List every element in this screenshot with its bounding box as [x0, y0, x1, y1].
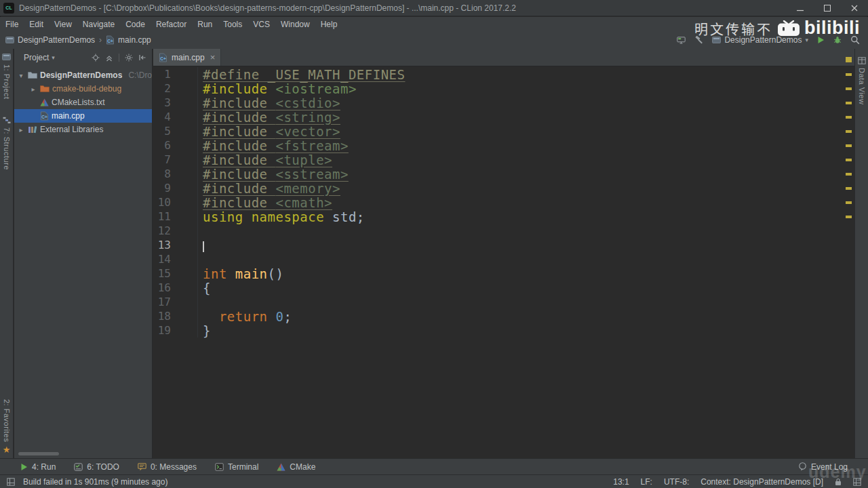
warning-stripe-mark[interactable] [846, 102, 852, 104]
menu-tools[interactable]: Tools [218, 20, 248, 29]
caret-position-widget[interactable]: 13:1 [613, 477, 629, 487]
toolwindow-button-project-label: 1: Project [3, 64, 11, 99]
code-line-text: #include <iostream> [198, 81, 357, 96]
error-stripe[interactable] [844, 67, 854, 458]
code-line-4[interactable]: 4#include <string> [153, 110, 844, 124]
warning-stripe-mark[interactable] [846, 159, 852, 161]
toolwindow-button-0-messages[interactable]: 0: Messages [138, 462, 197, 472]
tree-arrow-collapsed-icon[interactable]: ▸ [29, 85, 37, 93]
window-title: DesignPatternDemos - [C:\Dropbox\Publica… [19, 3, 516, 13]
inspection-status-indicator[interactable] [846, 57, 852, 62]
toolwindow-button-data-view[interactable]: Data View [858, 53, 866, 108]
warning-stripe-mark[interactable] [846, 216, 852, 218]
code-line-13[interactable]: 13 [153, 238, 844, 252]
toolwindow-button-terminal[interactable]: Terminal [215, 462, 258, 472]
menu-run[interactable]: Run [192, 20, 218, 29]
horizontal-scrollbar[interactable] [18, 452, 149, 455]
tree-item-designpatterndemos[interactable]: ▾DesignPatternDemosC:\Drop [14, 68, 152, 82]
toolwindow-button-favorites[interactable]: 2: Favorites ★ [3, 395, 11, 458]
chevron-down-icon[interactable]: ▾ [52, 54, 55, 61]
menu-window[interactable]: Window [275, 20, 315, 29]
settings-gear-icon[interactable] [125, 54, 133, 62]
editor-tab-main-cpp[interactable]: C+main.cpp× [153, 49, 221, 66]
menu-refactor[interactable]: Refactor [151, 20, 192, 29]
code-token: <vector> [275, 124, 340, 139]
toolbar-separator [119, 54, 119, 62]
code-line-7[interactable]: 7#include <tuple> [153, 152, 844, 167]
structure-toolwindow-icon [3, 117, 11, 124]
encoding-widget[interactable]: UTF-8: [664, 477, 689, 487]
project-icon [5, 36, 14, 44]
toolwindow-button-project[interactable]: 1: Project [2, 49, 11, 103]
code-token: <cstdio> [275, 96, 340, 110]
toolwindow-layout-icon[interactable] [677, 37, 686, 44]
minimize-button[interactable] [787, 0, 814, 16]
code-line-10[interactable]: 10#include <cmath> [153, 195, 844, 209]
toolwindow-button-cmake[interactable]: CMake [277, 462, 315, 472]
menu-view[interactable]: View [49, 20, 77, 29]
line-separator-widget[interactable]: LF: [641, 477, 652, 487]
warning-stripe-mark[interactable] [846, 144, 852, 147]
locate-file-icon[interactable] [92, 54, 100, 62]
context-widget[interactable]: Context: DesignPatternDemos [D] [701, 477, 823, 487]
line-number: 5 [153, 125, 171, 138]
code-token: using [203, 209, 243, 224]
menu-vcs[interactable]: VCS [248, 20, 275, 29]
code-line-5[interactable]: 5#include <vector> [153, 124, 844, 138]
code-editor[interactable]: 1#define _USE_MATH_DEFINES2#include <ios… [153, 67, 844, 458]
code-token: int [203, 266, 227, 281]
menu-navigate[interactable]: Navigate [77, 20, 120, 29]
tree-item-external-libraries[interactable]: ▸External Libraries [14, 123, 152, 136]
clion-logo-text: CL [5, 5, 12, 10]
collapse-all-icon[interactable] [105, 54, 113, 62]
project-panel-title[interactable]: Project [24, 53, 49, 62]
warning-stripe-mark[interactable] [846, 187, 852, 190]
left-tool-stripe: 1: Project 7: Structure 2: Favorites ★ [0, 49, 14, 458]
warning-stripe-mark[interactable] [846, 173, 852, 176]
code-line-3[interactable]: 3#include <cstdio> [153, 96, 844, 110]
toolwindow-button-6-todo[interactable]: 6: TODO [74, 462, 119, 472]
menu-help[interactable]: Help [315, 20, 343, 29]
gutter-space [171, 266, 198, 281]
tree-item-main-cpp[interactable]: C+main.cpp [14, 109, 152, 123]
gutter-space [171, 81, 198, 96]
scrollbar-thumb[interactable] [18, 452, 59, 455]
code-line-14[interactable]: 14 [153, 252, 844, 266]
code-line-12[interactable]: 12 [153, 224, 844, 238]
code-line-6[interactable]: 6#include <fstream> [153, 138, 844, 152]
code-line-1[interactable]: 1#define _USE_MATH_DEFINES [153, 67, 844, 81]
tree-item-cmake-build-debug[interactable]: ▸cmake-build-debug [14, 82, 152, 96]
warning-stripe-mark[interactable] [846, 87, 852, 90]
toolwindow-switcher-icon[interactable] [7, 478, 15, 486]
hide-panel-icon[interactable] [138, 54, 146, 62]
toolwindow-button-4-run[interactable]: 4: Run [20, 462, 56, 472]
tree-item-cmakelists-txt[interactable]: CMakeLists.txt [14, 96, 152, 109]
code-line-15[interactable]: 15int main() [153, 266, 844, 281]
code-line-18[interactable]: 18 return 0; [153, 309, 844, 323]
warning-stripe-mark[interactable] [846, 201, 852, 204]
status-message[interactable]: Build failed in 1s 901ms (9 minutes ago) [23, 477, 167, 487]
code-line-2[interactable]: 2#include <iostream> [153, 81, 844, 96]
close-tab-icon[interactable]: × [210, 53, 216, 62]
tree-arrow-expanded-icon[interactable]: ▾ [17, 72, 25, 79]
warning-stripe-mark[interactable] [846, 130, 852, 133]
right-tool-stripe: Data View [854, 49, 868, 458]
code-line-9[interactable]: 9#include <memory> [153, 181, 844, 195]
menu-edit[interactable]: Edit [24, 20, 49, 29]
code-line-11[interactable]: 11using namespace std; [153, 209, 844, 224]
menu-file[interactable]: File [0, 20, 24, 29]
toolwindow-button-structure[interactable]: 7: Structure [3, 113, 11, 174]
close-button[interactable] [841, 0, 868, 16]
tree-arrow-collapsed-icon[interactable]: ▸ [17, 126, 25, 134]
code-line-8[interactable]: 8#include <sstream> [153, 167, 844, 181]
warning-stripe-mark[interactable] [846, 116, 852, 119]
code-line-19[interactable]: 19} [153, 323, 844, 338]
code-token: () [268, 266, 284, 281]
breadcrumb-designpatterndemos[interactable]: DesignPatternDemos [5, 35, 95, 45]
menu-code[interactable]: Code [120, 20, 151, 29]
code-line-16[interactable]: 16{ [153, 281, 844, 295]
warning-stripe-mark[interactable] [846, 73, 852, 76]
code-line-17[interactable]: 17 [153, 295, 844, 309]
breadcrumb-main-cpp[interactable]: C+main.cpp [106, 35, 151, 45]
maximize-button[interactable] [814, 0, 841, 16]
